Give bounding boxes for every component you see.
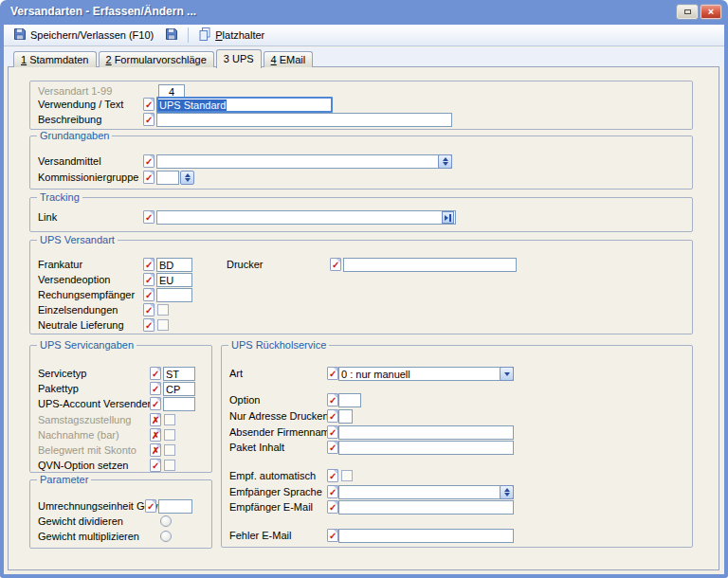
option-label: Option <box>229 394 260 406</box>
absender-input[interactable] <box>338 425 514 440</box>
note-check-icon[interactable] <box>327 367 338 380</box>
gewicht-dividieren-radio[interactable] <box>160 515 172 527</box>
pakettyp-label: Pakettyp <box>38 383 79 394</box>
maximize-button[interactable] <box>677 5 698 19</box>
dropdown-icon[interactable] <box>500 367 514 381</box>
note-check-icon[interactable] <box>145 499 156 513</box>
note-check-icon[interactable] <box>143 258 155 271</box>
group-title: Parameter <box>37 474 91 485</box>
tab-bar: 1Stammdaten 2Formularvorschläge 3UPS 4EM… <box>13 50 313 67</box>
group-title: UPS Servicangaben <box>37 339 136 351</box>
note-check-icon[interactable] <box>150 397 161 410</box>
tab-formularvorschlaege[interactable]: 2Formularvorschläge <box>99 51 214 67</box>
app-window: Versandarten - Erfassen/Ändern ... × Spe… <box>0 0 728 578</box>
save-exit-label: Speichern/Verlassen (F10) <box>30 29 154 41</box>
spinner-icon[interactable] <box>180 171 194 185</box>
note-x-icon[interactable] <box>150 443 161 457</box>
qvn-option-label: QVN-Option setzen <box>38 460 128 471</box>
paket-inhalt-input[interactable] <box>338 441 514 455</box>
note-check-icon[interactable] <box>150 382 161 395</box>
note-check-icon[interactable] <box>327 409 338 423</box>
note-check-icon[interactable] <box>327 500 338 514</box>
note-check-icon[interactable] <box>150 367 161 380</box>
note-check-icon[interactable] <box>327 425 338 439</box>
umrechnung-input[interactable] <box>158 499 192 514</box>
group-tracking: Tracking Link <box>29 197 693 232</box>
absender-label: Absender Firmenname <box>229 426 336 438</box>
neutrale-lieferung-checkbox[interactable] <box>157 319 169 331</box>
maximize-icon <box>684 9 691 14</box>
link-input[interactable] <box>156 210 456 225</box>
close-button[interactable]: × <box>701 5 721 19</box>
spinner-icon[interactable] <box>438 154 452 169</box>
verwendung-input[interactable]: UPS Standard <box>156 97 333 113</box>
versandmittel-input[interactable] <box>156 154 452 169</box>
nachnahme-checkbox[interactable] <box>164 429 175 441</box>
art-label: Art <box>229 368 243 379</box>
note-check-icon[interactable] <box>327 529 338 542</box>
save-button[interactable] <box>159 25 184 45</box>
group-ups-servicangaben: UPS Servicangaben Servicetyp Pakettyp UP… <box>29 345 212 473</box>
spinner-icon[interactable] <box>500 485 514 499</box>
kommissioniergruppe-input[interactable] <box>156 171 179 185</box>
empfaenger-email-input[interactable] <box>338 500 514 515</box>
note-check-icon[interactable] <box>143 210 155 224</box>
versendeoption-input[interactable] <box>156 273 192 287</box>
note-x-icon[interactable] <box>150 428 161 442</box>
note-check-icon[interactable] <box>327 469 338 482</box>
rechungsempfaenger-label: Rechungsempfänger <box>38 289 135 300</box>
note-check-icon[interactable] <box>143 318 155 332</box>
note-check-icon[interactable] <box>143 98 155 111</box>
qvn-option-checkbox[interactable] <box>164 460 175 471</box>
save-exit-button[interactable]: Speichern/Verlassen (F10) <box>8 25 159 45</box>
option-input[interactable] <box>338 393 361 407</box>
empf-automatisch-label: Empf. automatisch <box>229 470 316 481</box>
empf-automatisch-checkbox[interactable] <box>341 470 353 481</box>
samstagszustellung-checkbox[interactable] <box>164 414 175 425</box>
beschreibung-label: Beschreibung <box>38 114 101 125</box>
gewicht-multiplizieren-radio[interactable] <box>160 531 172 542</box>
empfaenger-sprache-input[interactable] <box>338 485 514 499</box>
belegwert-checkbox[interactable] <box>164 444 175 456</box>
tab-ups[interactable]: 3UPS <box>216 49 262 68</box>
art-dropdown[interactable]: 0 : nur manuell <box>338 367 514 381</box>
pakettyp-input[interactable] <box>163 382 195 396</box>
note-check-icon[interactable] <box>327 441 338 454</box>
group-grundangaben: Grundangaben Versandmittel Kommissionier… <box>29 135 693 190</box>
fehler-email-input[interactable] <box>338 529 514 543</box>
servicetyp-input[interactable] <box>163 367 195 381</box>
note-check-icon[interactable] <box>143 171 155 184</box>
group-title: UPS Rückholservice <box>228 339 329 351</box>
group-title: Grundangaben <box>37 130 112 141</box>
drucker-input[interactable] <box>343 258 517 272</box>
frankatur-label: Frankatur <box>38 259 82 270</box>
save-icon <box>165 27 178 43</box>
einzelsendungen-checkbox[interactable] <box>157 304 169 316</box>
tab-panel-ups: Versandart 1-99 Verwendung / Text UPS St… <box>8 66 719 570</box>
neutrale-lieferung-label: Neutrale Lieferung <box>38 319 124 331</box>
note-check-icon[interactable] <box>150 459 161 472</box>
title-bar: Versandarten - Erfassen/Ändern ... × <box>0 0 728 25</box>
note-check-icon[interactable] <box>327 485 338 498</box>
goto-link-icon[interactable] <box>442 211 454 224</box>
drucker-label: Drucker <box>227 259 264 270</box>
tab-email[interactable]: 4EMail <box>264 51 314 67</box>
rechungsempfaenger-input[interactable] <box>156 288 192 302</box>
note-check-icon[interactable] <box>143 154 155 168</box>
frankatur-input[interactable] <box>156 258 192 272</box>
tab-stammdaten[interactable]: 1Stammdaten <box>13 51 97 67</box>
beschreibung-input[interactable] <box>156 113 452 127</box>
note-check-icon[interactable] <box>330 258 341 271</box>
einzelsendungen-label: Einzelsendungen <box>38 304 118 316</box>
note-check-icon[interactable] <box>327 393 338 406</box>
note-x-icon[interactable] <box>150 413 161 426</box>
ups-account-input[interactable] <box>163 397 195 411</box>
kommissioniergruppe-label: Kommissioniergruppe <box>38 172 138 183</box>
note-check-icon[interactable] <box>143 273 155 286</box>
note-check-icon[interactable] <box>143 113 155 126</box>
platzhalter-button[interactable]: Platzhalter <box>192 25 270 45</box>
note-check-icon[interactable] <box>143 288 155 301</box>
nur-adresse-input[interactable] <box>338 409 353 424</box>
group-title: UPS Versandart <box>37 234 118 245</box>
note-check-icon[interactable] <box>143 303 155 316</box>
